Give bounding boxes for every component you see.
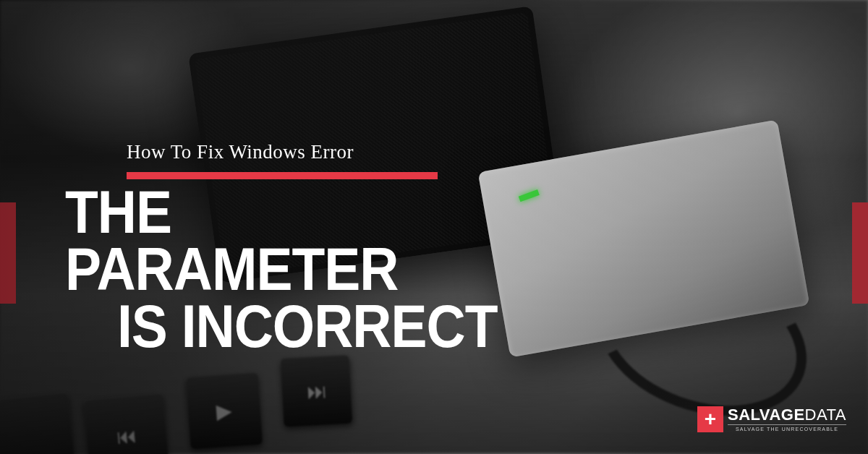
logo-text-block: SALVAGEDATA SALVAGE THE UNRECOVERABLE bbox=[728, 407, 846, 432]
logo-tagline: SALVAGE THE UNRECOVERABLE bbox=[728, 424, 846, 432]
subtitle-text: How To Fix Windows Error bbox=[127, 141, 514, 163]
logo-name: SALVAGEDATA bbox=[728, 407, 846, 423]
brand-logo: + SALVAGEDATA SALVAGE THE UNRECOVERABLE bbox=[697, 406, 846, 432]
headline-line-2: IS INCORRECT bbox=[117, 298, 514, 354]
plus-icon: + bbox=[697, 406, 723, 432]
logo-name-thin: DATA bbox=[805, 406, 846, 424]
headline-block: How To Fix Windows Error THE PARAMETER I… bbox=[65, 141, 514, 347]
accent-underline bbox=[127, 172, 438, 179]
hero-banner: ⏮ ▶ ⏭ How To Fix Windows Error THE PARAM… bbox=[0, 0, 868, 454]
headline-text: THE PARAMETER IS INCORRECT bbox=[65, 184, 514, 354]
headline-line-1: THE PARAMETER bbox=[65, 184, 514, 298]
logo-name-bold: SALVAGE bbox=[728, 406, 805, 424]
